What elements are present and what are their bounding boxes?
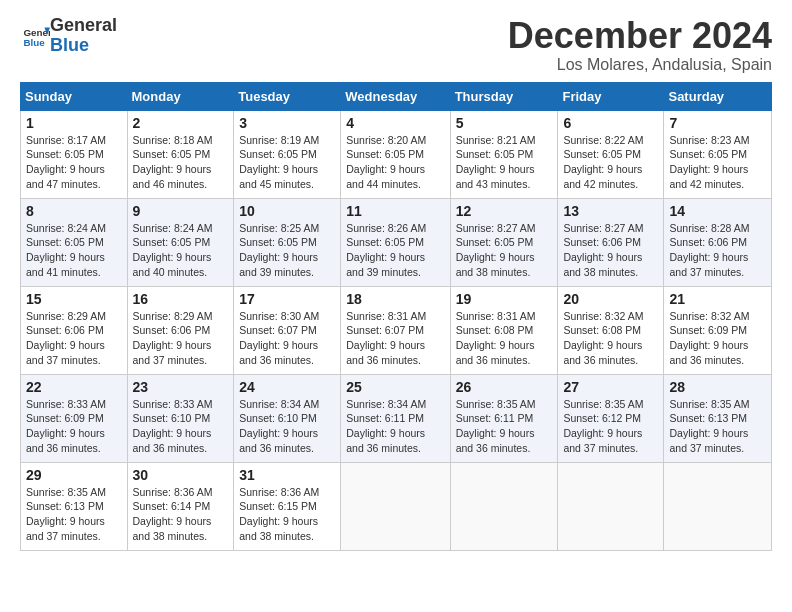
day-number: 9 <box>133 203 229 219</box>
day-info: Sunrise: 8:33 AMSunset: 6:09 PMDaylight:… <box>26 398 106 454</box>
day-number: 16 <box>133 291 229 307</box>
calendar-cell: 14 Sunrise: 8:28 AMSunset: 6:06 PMDaylig… <box>664 198 772 286</box>
day-info: Sunrise: 8:26 AMSunset: 6:05 PMDaylight:… <box>346 222 426 278</box>
svg-text:Blue: Blue <box>23 37 45 48</box>
day-number: 8 <box>26 203 122 219</box>
day-info: Sunrise: 8:35 AMSunset: 6:12 PMDaylight:… <box>563 398 643 454</box>
day-number: 10 <box>239 203 335 219</box>
day-number: 11 <box>346 203 444 219</box>
calendar-cell <box>664 462 772 550</box>
calendar-cell: 6 Sunrise: 8:22 AMSunset: 6:05 PMDayligh… <box>558 110 664 198</box>
header-row: SundayMondayTuesdayWednesdayThursdayFrid… <box>21 82 772 110</box>
col-header-thursday: Thursday <box>450 82 558 110</box>
calendar-cell: 28 Sunrise: 8:35 AMSunset: 6:13 PMDaylig… <box>664 374 772 462</box>
day-number: 13 <box>563 203 658 219</box>
day-number: 14 <box>669 203 766 219</box>
day-number: 1 <box>26 115 122 131</box>
day-info: Sunrise: 8:24 AMSunset: 6:05 PMDaylight:… <box>26 222 106 278</box>
day-info: Sunrise: 8:19 AMSunset: 6:05 PMDaylight:… <box>239 134 319 190</box>
day-number: 23 <box>133 379 229 395</box>
week-row-5: 29 Sunrise: 8:35 AMSunset: 6:13 PMDaylig… <box>21 462 772 550</box>
col-header-wednesday: Wednesday <box>341 82 450 110</box>
calendar-cell: 22 Sunrise: 8:33 AMSunset: 6:09 PMDaylig… <box>21 374 128 462</box>
title-area: December 2024 Los Molares, Andalusia, Sp… <box>508 16 772 74</box>
calendar-cell: 15 Sunrise: 8:29 AMSunset: 6:06 PMDaylig… <box>21 286 128 374</box>
calendar-cell: 29 Sunrise: 8:35 AMSunset: 6:13 PMDaylig… <box>21 462 128 550</box>
day-info: Sunrise: 8:18 AMSunset: 6:05 PMDaylight:… <box>133 134 213 190</box>
calendar-cell: 13 Sunrise: 8:27 AMSunset: 6:06 PMDaylig… <box>558 198 664 286</box>
calendar-cell <box>341 462 450 550</box>
calendar-cell: 19 Sunrise: 8:31 AMSunset: 6:08 PMDaylig… <box>450 286 558 374</box>
day-number: 15 <box>26 291 122 307</box>
logo: General Blue General Blue <box>20 16 117 56</box>
day-number: 28 <box>669 379 766 395</box>
col-header-monday: Monday <box>127 82 234 110</box>
week-row-2: 8 Sunrise: 8:24 AMSunset: 6:05 PMDayligh… <box>21 198 772 286</box>
calendar-cell: 16 Sunrise: 8:29 AMSunset: 6:06 PMDaylig… <box>127 286 234 374</box>
logo-line1: General <box>50 16 117 36</box>
day-info: Sunrise: 8:28 AMSunset: 6:06 PMDaylight:… <box>669 222 749 278</box>
month-title: December 2024 <box>508 16 772 56</box>
calendar-cell <box>450 462 558 550</box>
calendar-cell: 18 Sunrise: 8:31 AMSunset: 6:07 PMDaylig… <box>341 286 450 374</box>
calendar-cell: 26 Sunrise: 8:35 AMSunset: 6:11 PMDaylig… <box>450 374 558 462</box>
day-number: 24 <box>239 379 335 395</box>
day-info: Sunrise: 8:36 AMSunset: 6:15 PMDaylight:… <box>239 486 319 542</box>
calendar-cell: 10 Sunrise: 8:25 AMSunset: 6:05 PMDaylig… <box>234 198 341 286</box>
day-info: Sunrise: 8:30 AMSunset: 6:07 PMDaylight:… <box>239 310 319 366</box>
day-number: 19 <box>456 291 553 307</box>
col-header-tuesday: Tuesday <box>234 82 341 110</box>
location-title: Los Molares, Andalusia, Spain <box>508 56 772 74</box>
calendar-cell: 27 Sunrise: 8:35 AMSunset: 6:12 PMDaylig… <box>558 374 664 462</box>
day-number: 12 <box>456 203 553 219</box>
week-row-3: 15 Sunrise: 8:29 AMSunset: 6:06 PMDaylig… <box>21 286 772 374</box>
calendar-cell: 12 Sunrise: 8:27 AMSunset: 6:05 PMDaylig… <box>450 198 558 286</box>
calendar-cell: 7 Sunrise: 8:23 AMSunset: 6:05 PMDayligh… <box>664 110 772 198</box>
day-info: Sunrise: 8:34 AMSunset: 6:10 PMDaylight:… <box>239 398 319 454</box>
day-info: Sunrise: 8:35 AMSunset: 6:13 PMDaylight:… <box>669 398 749 454</box>
day-info: Sunrise: 8:24 AMSunset: 6:05 PMDaylight:… <box>133 222 213 278</box>
day-info: Sunrise: 8:23 AMSunset: 6:05 PMDaylight:… <box>669 134 749 190</box>
day-number: 21 <box>669 291 766 307</box>
page-container: General Blue General Blue December 2024 … <box>0 0 792 561</box>
day-number: 7 <box>669 115 766 131</box>
calendar-cell: 9 Sunrise: 8:24 AMSunset: 6:05 PMDayligh… <box>127 198 234 286</box>
day-info: Sunrise: 8:29 AMSunset: 6:06 PMDaylight:… <box>133 310 213 366</box>
logo-line2: Blue <box>50 36 117 56</box>
calendar-cell: 20 Sunrise: 8:32 AMSunset: 6:08 PMDaylig… <box>558 286 664 374</box>
day-number: 25 <box>346 379 444 395</box>
calendar-cell: 30 Sunrise: 8:36 AMSunset: 6:14 PMDaylig… <box>127 462 234 550</box>
day-number: 26 <box>456 379 553 395</box>
day-info: Sunrise: 8:22 AMSunset: 6:05 PMDaylight:… <box>563 134 643 190</box>
day-info: Sunrise: 8:25 AMSunset: 6:05 PMDaylight:… <box>239 222 319 278</box>
day-info: Sunrise: 8:27 AMSunset: 6:05 PMDaylight:… <box>456 222 536 278</box>
day-info: Sunrise: 8:29 AMSunset: 6:06 PMDaylight:… <box>26 310 106 366</box>
calendar-cell: 17 Sunrise: 8:30 AMSunset: 6:07 PMDaylig… <box>234 286 341 374</box>
day-number: 31 <box>239 467 335 483</box>
day-info: Sunrise: 8:32 AMSunset: 6:09 PMDaylight:… <box>669 310 749 366</box>
calendar-cell: 3 Sunrise: 8:19 AMSunset: 6:05 PMDayligh… <box>234 110 341 198</box>
day-number: 18 <box>346 291 444 307</box>
calendar-cell: 11 Sunrise: 8:26 AMSunset: 6:05 PMDaylig… <box>341 198 450 286</box>
day-info: Sunrise: 8:32 AMSunset: 6:08 PMDaylight:… <box>563 310 643 366</box>
calendar-cell: 31 Sunrise: 8:36 AMSunset: 6:15 PMDaylig… <box>234 462 341 550</box>
day-info: Sunrise: 8:20 AMSunset: 6:05 PMDaylight:… <box>346 134 426 190</box>
calendar-cell: 24 Sunrise: 8:34 AMSunset: 6:10 PMDaylig… <box>234 374 341 462</box>
calendar-cell: 25 Sunrise: 8:34 AMSunset: 6:11 PMDaylig… <box>341 374 450 462</box>
day-info: Sunrise: 8:17 AMSunset: 6:05 PMDaylight:… <box>26 134 106 190</box>
day-number: 2 <box>133 115 229 131</box>
day-info: Sunrise: 8:31 AMSunset: 6:07 PMDaylight:… <box>346 310 426 366</box>
calendar-cell: 23 Sunrise: 8:33 AMSunset: 6:10 PMDaylig… <box>127 374 234 462</box>
col-header-sunday: Sunday <box>21 82 128 110</box>
week-row-4: 22 Sunrise: 8:33 AMSunset: 6:09 PMDaylig… <box>21 374 772 462</box>
day-info: Sunrise: 8:27 AMSunset: 6:06 PMDaylight:… <box>563 222 643 278</box>
week-row-1: 1 Sunrise: 8:17 AMSunset: 6:05 PMDayligh… <box>21 110 772 198</box>
day-info: Sunrise: 8:35 AMSunset: 6:11 PMDaylight:… <box>456 398 536 454</box>
day-number: 5 <box>456 115 553 131</box>
day-info: Sunrise: 8:33 AMSunset: 6:10 PMDaylight:… <box>133 398 213 454</box>
col-header-friday: Friday <box>558 82 664 110</box>
col-header-saturday: Saturday <box>664 82 772 110</box>
day-info: Sunrise: 8:34 AMSunset: 6:11 PMDaylight:… <box>346 398 426 454</box>
header: General Blue General Blue December 2024 … <box>20 16 772 74</box>
day-number: 27 <box>563 379 658 395</box>
